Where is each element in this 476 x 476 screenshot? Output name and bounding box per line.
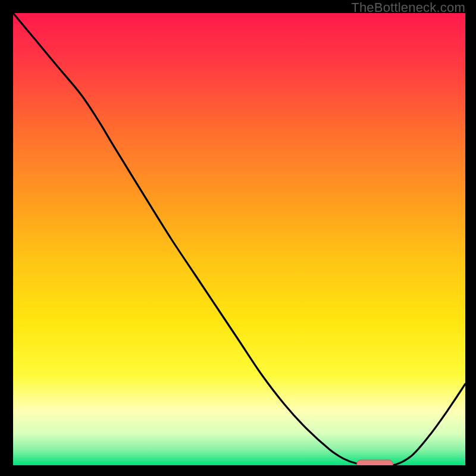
plot-area — [13, 13, 465, 465]
watermark-text: TheBottleneck.com — [351, 0, 465, 15]
chart-frame: TheBottleneck.com — [0, 0, 476, 476]
curve-layer — [13, 13, 465, 465]
bottleneck-curve — [13, 13, 465, 465]
optimal-marker — [357, 460, 393, 465]
